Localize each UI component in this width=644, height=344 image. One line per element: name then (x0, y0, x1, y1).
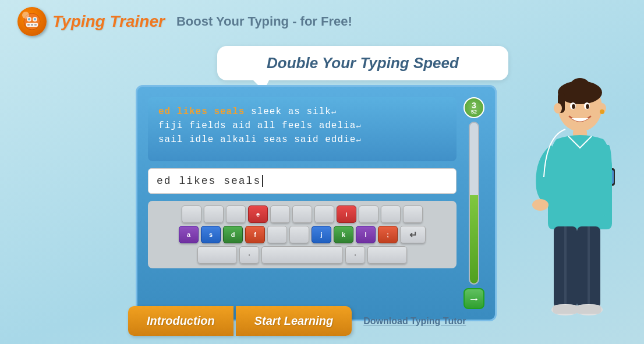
key-d[interactable]: d (223, 226, 243, 243)
tagline: Boost Your Typing - for Free! (176, 14, 352, 29)
svg-point-21 (586, 104, 589, 109)
keyboard: e i a s d f (148, 201, 457, 268)
svg-rect-3 (27, 24, 30, 26)
svg-rect-29 (588, 226, 590, 308)
start-learning-button[interactable]: Start Learning (236, 306, 352, 336)
text-line-2: fiji fields aid all feels adelia↵ (158, 120, 446, 131)
svg-rect-5 (34, 24, 37, 26)
key-blank-9[interactable] (403, 205, 423, 223)
progress-sub: 52 (471, 109, 477, 115)
brand-name: Typing Trainer (52, 12, 165, 31)
main-area: Double Your Typing Speed ed likes seals … (0, 43, 644, 321)
key-row-1: e i (153, 205, 452, 223)
text-line-1: ed likes seals sleek as silk↵ (158, 107, 446, 117)
key-f[interactable]: f (245, 226, 265, 243)
key-semicolon[interactable]: ; (378, 226, 398, 243)
typing-panel: Double Your Typing Speed ed likes seals … (136, 46, 508, 321)
svg-rect-4 (31, 24, 33, 26)
key-shift-left[interactable] (197, 246, 237, 264)
key-blank-4[interactable] (270, 205, 290, 223)
speech-bubble-text: Double Your Typing Speed (267, 54, 459, 72)
svg-point-25 (532, 199, 549, 211)
input-text: ed likes seals (157, 175, 261, 187)
key-enter[interactable]: ↵ (400, 226, 426, 243)
key-i[interactable]: i (337, 205, 356, 223)
cursor (262, 175, 263, 187)
svg-rect-28 (564, 226, 567, 308)
bottom-bar: Introduction Start Learning Download Typ… (0, 298, 644, 344)
introduction-button[interactable]: Introduction (128, 306, 233, 336)
svg-point-9 (34, 18, 36, 20)
character-figure (504, 61, 632, 328)
key-shift-right[interactable] (367, 246, 407, 264)
progress-badge: 3 52 (463, 97, 484, 118)
svg-point-15 (554, 103, 562, 114)
svg-point-8 (28, 18, 30, 20)
key-blank-6[interactable] (314, 205, 334, 223)
text-line-3: sail idle alkali seas said eddie↵ (158, 134, 446, 145)
key-l[interactable]: l (356, 226, 376, 243)
progress-container: 3 52 → (463, 97, 484, 309)
key-s[interactable]: s (201, 226, 221, 243)
trainer-box: ed likes seals sleek as silk↵ fiji field… (136, 85, 497, 321)
key-k[interactable]: k (334, 226, 353, 243)
highlight-text: ed likes seals (158, 107, 245, 117)
input-area[interactable]: ed likes seals (148, 168, 457, 194)
progress-track (469, 122, 479, 285)
key-blank-8[interactable] (381, 205, 401, 223)
key-blank-10[interactable] (267, 226, 287, 243)
key-a[interactable]: a (179, 226, 199, 243)
logo-icon (17, 7, 47, 36)
key-blank-5[interactable] (292, 205, 312, 223)
key-blank-1[interactable] (182, 205, 201, 223)
key-row-2: a s d f j k l ; ↵ (153, 226, 452, 243)
key-dot-2[interactable]: · (345, 246, 365, 264)
progress-fill (470, 195, 478, 283)
speech-bubble: Double Your Typing Speed (217, 46, 508, 80)
download-button[interactable]: Download Typing Tutor (352, 308, 477, 335)
trainer-left: ed likes seals sleek as silk↵ fiji field… (148, 97, 457, 309)
key-e[interactable]: e (248, 205, 268, 223)
key-row-3: · · (153, 246, 452, 264)
key-j[interactable]: j (312, 226, 331, 243)
progress-level: 3 (472, 101, 476, 109)
text-display: ed likes seals sleek as silk↵ fiji field… (148, 97, 457, 161)
key-space[interactable] (261, 246, 343, 264)
key-blank-2[interactable] (204, 205, 224, 223)
svg-point-17 (600, 109, 604, 114)
header: Typing Trainer Boost Your Typing - for F… (0, 0, 644, 43)
key-blank-3[interactable] (226, 205, 246, 223)
normal-text: sleek as silk↵ (251, 107, 337, 117)
key-dot-1[interactable]: · (239, 246, 259, 264)
key-blank-7[interactable] (359, 205, 378, 223)
svg-point-20 (572, 104, 575, 109)
key-blank-11[interactable] (289, 226, 309, 243)
